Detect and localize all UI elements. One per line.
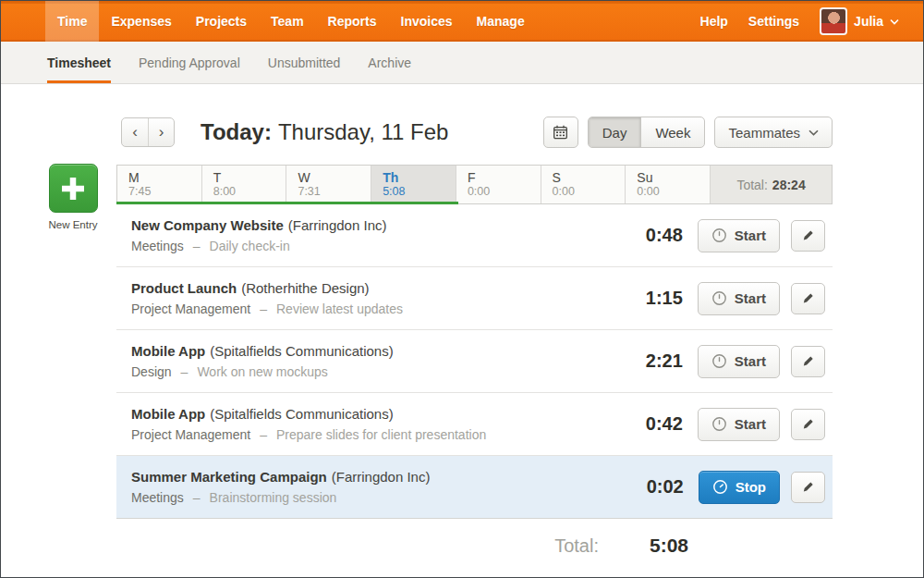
nav-item-manage[interactable]: Manage [465,1,537,42]
tab-archive[interactable]: Archive [368,42,411,83]
timesheet-rows: New Company Website(Farringdon Inc) Meet… [116,204,833,519]
next-day-button[interactable]: › [148,118,174,146]
clock-icon [711,416,727,432]
entry-time: 0:42 [646,413,683,435]
top-nav: Time Expenses Projects Team Reports Invo… [1,1,923,42]
app-window: Time Expenses Projects Team Reports Invo… [0,0,924,578]
timesheet-row: Mobile App(Spitalfields Communications) … [116,393,833,456]
entry-controls: 1:15 Start [646,282,825,315]
entry-controls: 0:42 Start [646,408,825,441]
task-name: Project Management [131,301,250,316]
entry-text: Summer Marketing Campaign(Farringdon Inc… [131,468,430,507]
edit-entry-button[interactable] [791,283,825,314]
clock-icon [711,228,727,243]
user-menu[interactable]: Julia [820,7,899,35]
day-tab-fri[interactable]: F 0:00 [456,166,541,203]
timesheet-row: Product Launch(Rotherhithe Design) Proje… [116,267,833,330]
entry-time: 1:15 [646,288,683,309]
toolbar-right: Day Week Teammates [543,117,833,148]
edit-entry-button[interactable] [791,472,825,503]
project-name: New Company Website [131,217,284,233]
entry-text: New Company Website(Farringdon Inc) Meet… [131,216,386,255]
week-strip: M 7:45 T 8:00 W 7:31 Th 5:08 F 0:00 S 0:… [116,165,833,204]
start-timer-button[interactable]: Start [698,345,780,378]
week-view-button[interactable]: Week [640,117,704,147]
view-toggle: Day Week [588,117,706,148]
edit-entry-button[interactable] [791,220,825,252]
day-tab-mon[interactable]: M 7:45 [117,166,202,203]
day-hours: 0:00 [468,185,541,199]
chevron-left-icon: ‹ [132,124,138,140]
help-link[interactable]: Help [700,14,728,29]
entry-notes: Brainstorming session [210,490,337,505]
nav-item-invoices[interactable]: Invoices [389,1,465,42]
settings-link[interactable]: Settings [748,14,799,29]
calendar-button[interactable] [543,117,578,148]
day-tab-wed[interactable]: W 7:31 [286,166,371,203]
project-name: Mobile App [131,343,205,359]
day-total-value: 5:08 [650,535,688,557]
day-tab-sun[interactable]: Su 0:00 [626,166,711,203]
week-total: Total: 28:24 [711,166,832,203]
client-name: (Spitalfields Communications) [210,343,393,359]
task-name: Project Management [131,427,250,442]
separator: – [260,427,267,442]
separator: – [193,490,201,505]
teammates-label: Teammates [728,125,800,141]
edit-entry-button[interactable] [791,346,825,377]
task-name: Meetings [131,239,184,253]
separator: – [260,301,267,316]
footer-spacer [688,546,833,547]
day-view-button[interactable]: Day [589,117,641,147]
week-total-label: Total: [736,178,767,192]
day-hours: 0:00 [553,185,626,199]
day-label: W [298,170,371,185]
entry-notes: Review latest updates [276,301,403,316]
entry-time: 0:48 [646,225,683,246]
day-tab-tue[interactable]: T 8:00 [202,166,287,203]
entry-text: Product Launch(Rotherhithe Design) Proje… [131,279,403,318]
user-name: Julia [854,14,883,29]
nav-item-reports[interactable]: Reports [316,1,389,42]
prev-day-button[interactable]: ‹ [122,118,148,146]
new-entry-button[interactable] [49,164,98,213]
tab-unsubmitted[interactable]: Unsubmitted [268,42,341,83]
day-tab-sat[interactable]: S 0:00 [541,166,626,203]
day-label: T [213,170,286,185]
entry-time: 2:21 [646,350,683,372]
start-timer-button[interactable]: Start [698,408,780,441]
pencil-icon [801,480,815,494]
calendar-icon [553,125,568,140]
edit-entry-button[interactable] [791,409,825,440]
day-label: Th [383,170,456,185]
day-hours: 0:00 [637,185,710,199]
teammates-dropdown[interactable]: Teammates [714,117,833,148]
day-label: S [553,170,626,185]
today-label: Today: [201,119,272,144]
chevron-down-icon [890,18,899,25]
nav-item-time[interactable]: Time [45,1,99,42]
separator: – [193,239,201,253]
start-label: Start [735,290,766,306]
stopwatch-icon [712,479,728,495]
tab-timesheet[interactable]: Timesheet [47,42,111,83]
entry-text: Mobile App(Spitalfields Communications) … [131,342,394,381]
project-name: Product Launch [131,280,237,296]
avatar[interactable] [820,7,847,35]
nav-item-expenses[interactable]: Expenses [99,1,183,42]
stop-timer-button[interactable]: Stop [699,471,780,504]
day-hours: 7:31 [298,185,371,199]
start-timer-button[interactable]: Start [698,282,780,315]
nav-item-team[interactable]: Team [259,1,316,42]
start-timer-button[interactable]: Start [698,219,780,252]
start-label: Start [735,228,766,243]
day-label: F [468,170,541,185]
day-tab-thu[interactable]: Th 5:08 [371,166,456,203]
task-name: Design [131,364,172,379]
tab-pending-approval[interactable]: Pending Approval [139,42,240,83]
client-name: (Farringdon Inc) [288,217,387,233]
nav-item-projects[interactable]: Projects [184,1,259,42]
pencil-icon [801,417,815,431]
client-name: (Rotherhithe Design) [241,280,369,296]
timesheet-row: New Company Website(Farringdon Inc) Meet… [116,204,833,267]
